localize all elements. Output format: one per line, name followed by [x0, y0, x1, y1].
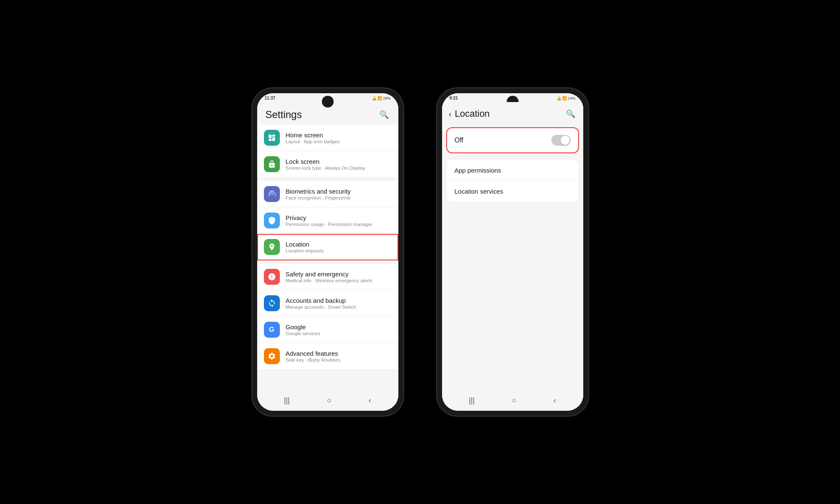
google-text: Google Google services	[286, 323, 392, 336]
settings-item-safety[interactable]: Safety and emergency Medical info · Wire…	[257, 264, 398, 290]
back-button[interactable]: ‹	[369, 396, 371, 405]
accounts-subtitle: Manage accounts · Smart Switch	[286, 304, 392, 310]
battery-icon-2: 14%	[568, 96, 575, 100]
advanced-subtitle: Side key · Bixby Routines	[286, 357, 392, 362]
home-screen-title: Home screen	[286, 131, 392, 139]
status-icons-1: 🔔 📶 29%	[372, 96, 390, 100]
biometrics-subtitle: Face recognition · Fingerprints	[286, 195, 392, 200]
accounts-title: Accounts and backup	[286, 297, 392, 304]
status-time-2: 9:21	[450, 96, 458, 100]
front-camera-1	[322, 96, 334, 108]
back-button-location[interactable]: ‹	[449, 109, 452, 119]
battery-icon: 29%	[383, 96, 390, 100]
home-button[interactable]: ○	[327, 396, 332, 405]
location-title: Location	[286, 241, 392, 248]
safety-subtitle: Medical info · Wireless emergency alerts	[286, 278, 392, 283]
mute-icon: 🔔	[557, 96, 561, 100]
advanced-text: Advanced features Side key · Bixby Routi…	[286, 350, 392, 362]
home-screen-icon	[264, 130, 280, 146]
biometrics-text: Biometrics and security Face recognition…	[286, 188, 392, 200]
settings-item-home-screen[interactable]: Home screen Layout · App icon badges	[257, 125, 398, 151]
safety-icon	[264, 269, 280, 285]
search-icon: 🔍	[379, 110, 389, 119]
toggle-knob	[561, 136, 570, 145]
location-toggle-switch[interactable]	[551, 135, 571, 146]
advanced-title: Advanced features	[286, 350, 392, 357]
bottom-nav-2: ||| ○ ‹	[442, 392, 583, 411]
advanced-icon	[264, 348, 280, 364]
privacy-text: Privacy Permission usage · Permission ma…	[286, 214, 392, 227]
phone-1-screen: 11:37 🔔 📶 29% Settings 🔍	[257, 93, 398, 411]
settings-item-google[interactable]: G Google Google services	[257, 317, 398, 343]
group-safety: Safety and emergency Medical info · Wire…	[257, 264, 398, 370]
location-header: ‹ Location 🔍	[442, 102, 583, 124]
location-icon	[264, 239, 280, 255]
location-services-item[interactable]: Location services	[447, 181, 578, 202]
signal-icon: 📶	[377, 96, 382, 100]
accounts-text: Accounts and backup Manage accounts · Sm…	[286, 297, 392, 310]
lock-screen-subtitle: Screen lock type · Always On Display	[286, 165, 392, 171]
location-search-icon: 🔍	[566, 109, 575, 118]
home-button-2[interactable]: ○	[512, 396, 516, 405]
settings-item-accounts[interactable]: Accounts and backup Manage accounts · Sm…	[257, 290, 398, 317]
safety-text: Safety and emergency Medical info · Wire…	[286, 270, 392, 283]
location-page-title: Location	[455, 108, 490, 119]
location-header-left: ‹ Location	[449, 108, 490, 119]
settings-item-privacy[interactable]: Privacy Permission usage · Permission ma…	[257, 207, 398, 234]
settings-search-button[interactable]: 🔍	[378, 109, 390, 121]
google-subtitle: Google services	[286, 331, 392, 336]
status-time-1: 11:37	[265, 96, 276, 100]
google-title: Google	[286, 323, 392, 331]
lock-screen-title: Lock screen	[286, 158, 392, 165]
status-icons-2: 🔔 📶 14%	[557, 96, 575, 100]
biometrics-title: Biometrics and security	[286, 188, 392, 195]
location-subtitle: Location requests	[286, 248, 392, 253]
settings-title: Settings	[266, 109, 302, 121]
recent-apps-button[interactable]: |||	[284, 396, 290, 405]
group-security: Biometrics and security Face recognition…	[257, 181, 398, 260]
phone-2: 9:21 🔔 📶 14% ‹ Location 🔍	[437, 88, 588, 416]
scene: 11:37 🔔 📶 29% Settings 🔍	[235, 71, 605, 433]
settings-screen: Settings 🔍 Home screen	[257, 102, 398, 411]
accounts-icon	[264, 295, 280, 311]
group-display: Home screen Layout · App icon badges Loc…	[257, 125, 398, 178]
safety-title: Safety and emergency	[286, 270, 392, 278]
lock-screen-text: Lock screen Screen lock type · Always On…	[286, 158, 392, 171]
settings-list: Home screen Layout · App icon badges Loc…	[257, 125, 398, 392]
notification-icon: 🔔	[372, 96, 377, 100]
settings-item-location[interactable]: Location Location requests	[257, 234, 398, 260]
biometrics-icon	[264, 186, 280, 202]
location-options-section: App permissions Location services	[447, 160, 578, 202]
recent-apps-button-2[interactable]: |||	[469, 396, 475, 405]
signal-icon-2: 📶	[562, 96, 567, 100]
location-search-button[interactable]: 🔍	[565, 108, 577, 120]
google-icon: G	[264, 322, 280, 338]
privacy-title: Privacy	[286, 214, 392, 221]
lock-screen-icon	[264, 156, 280, 172]
settings-item-lock-screen[interactable]: Lock screen Screen lock type · Always On…	[257, 151, 398, 178]
privacy-subtitle: Permission usage · Permission manager	[286, 222, 392, 227]
settings-item-biometrics[interactable]: Biometrics and security Face recognition…	[257, 181, 398, 207]
settings-item-advanced[interactable]: Advanced features Side key · Bixby Routi…	[257, 343, 398, 370]
back-button-2[interactable]: ‹	[553, 396, 556, 405]
location-toggle-row: Off	[447, 128, 578, 152]
home-screen-text: Home screen Layout · App icon badges	[286, 131, 392, 144]
home-screen-subtitle: Layout · App icon badges	[286, 139, 392, 144]
status-bar-1: 11:37 🔔 📶 29%	[257, 93, 398, 102]
location-text: Location Location requests	[286, 241, 392, 253]
phone-1: 11:37 🔔 📶 29% Settings 🔍	[252, 88, 403, 416]
location-screen: ‹ Location 🔍 Off App permission	[442, 102, 583, 411]
privacy-icon	[264, 213, 280, 228]
phone-2-screen: 9:21 🔔 📶 14% ‹ Location 🔍	[442, 93, 583, 411]
location-toggle-label: Off	[455, 136, 463, 144]
app-permissions-item[interactable]: App permissions	[447, 160, 578, 181]
status-bar-2: 9:21 🔔 📶 14%	[442, 93, 583, 102]
bottom-nav-1: ||| ○ ‹	[257, 392, 398, 411]
